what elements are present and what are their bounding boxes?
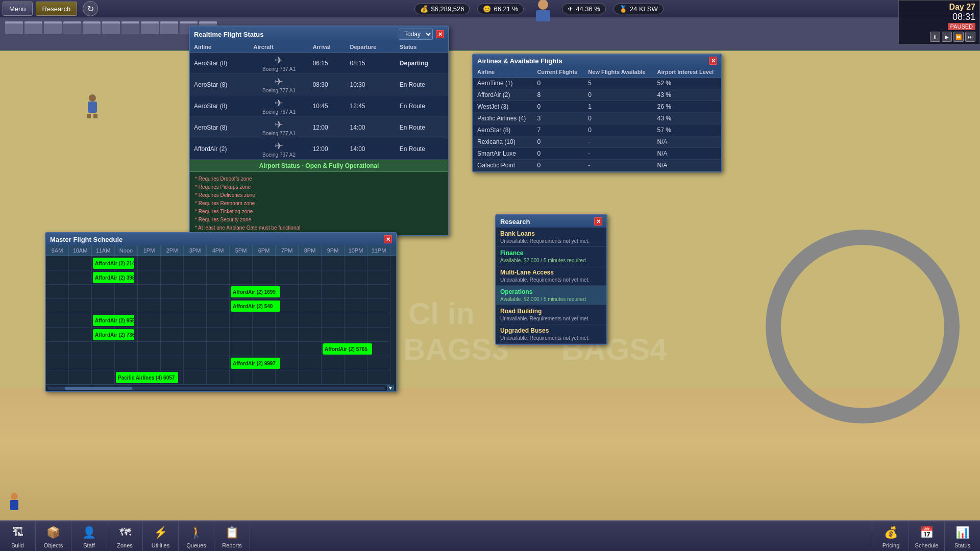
toolbar-icon-zones: 🗺: [117, 524, 133, 541]
npc-character: [87, 94, 98, 115]
pause-btn[interactable]: ⏸: [930, 32, 940, 42]
research-item-desc: Unavailable. Requirements not yet met.: [500, 335, 602, 341]
flight-status-title: Realtime Flight Status: [194, 31, 264, 38]
flight-block[interactable]: AffordAir (2) 9997: [231, 358, 280, 369]
flight-block[interactable]: Pacific Airlines (4) 6057: [116, 372, 178, 383]
airline-interest: 43 %: [653, 113, 721, 124]
schedule-time-label: 2PM: [161, 245, 184, 256]
toolbar-icon-status: 📊: [954, 524, 971, 541]
research-item[interactable]: Multi-Lane Access Unavailable. Requireme…: [496, 266, 606, 286]
airline-current: 7: [533, 124, 584, 136]
flight-status-dropdown[interactable]: Today: [399, 29, 433, 40]
bottom-toolbar: 🏗 Build 📦 Objects 👤 Staff 🗺 Zones ⚡ Util…: [0, 520, 980, 551]
airline-row[interactable]: WestJet (3) 0 1 26 %: [473, 101, 721, 113]
flight-aircraft: ✈ Boeing 737 A2: [250, 138, 309, 160]
toolbar-icon-staff: 👤: [81, 524, 97, 541]
schedule-time-label: 9PM: [322, 245, 345, 256]
flight-block[interactable]: AffordAir (2) 540: [231, 300, 280, 312]
airline-row[interactable]: SmartAir Luxe 0 - N/A: [473, 148, 721, 160]
satisfaction-stat: 😊 66.21 %: [477, 4, 524, 14]
play-btn[interactable]: ▶: [942, 32, 952, 42]
refresh-button[interactable]: ↻: [83, 1, 98, 16]
airline-row[interactable]: Galactic Point 0 - N/A: [473, 160, 721, 171]
airport-status-bar: Airport Status - Open & Fully Operationa…: [190, 160, 448, 172]
flight-row[interactable]: AeroStar (8) ✈ Boeing 737 A1 06:15 08:15…: [190, 53, 448, 74]
schedule-row: AffordAir (2) 1699: [46, 285, 390, 299]
schedule-close[interactable]: ✕: [384, 235, 392, 243]
toolbar-right: 💰 Pricing 📅 Schedule 📊 Status: [873, 521, 980, 551]
flight-block[interactable]: AffordAir (2) 2149: [93, 258, 134, 269]
flight-block[interactable]: AffordAir (2) 3987: [93, 272, 134, 283]
flight-row[interactable]: AeroStar (8) ✈ Boeing 777 A1 08:30 10:30…: [190, 74, 448, 95]
toolbar-btn-utilities[interactable]: ⚡ Utilities: [143, 521, 179, 551]
airline-interest: 57 %: [653, 124, 721, 136]
research-close[interactable]: ✕: [594, 217, 602, 226]
research-item-title: Multi-Lane Access: [500, 269, 602, 276]
toolbar-btn-zones[interactable]: 🗺 Zones: [107, 521, 143, 551]
airlines-table: Airline Current Flights New Flights Avai…: [473, 67, 721, 171]
money-stat: 💰 $6,289,526: [414, 4, 470, 14]
toolbar-label-utilities: Utilities: [152, 542, 169, 548]
fff-btn[interactable]: ⏭: [965, 32, 975, 42]
flight-block[interactable]: AffordAir (2) 5765: [323, 343, 372, 355]
research-item[interactable]: Road Building Unavailable. Requirements …: [496, 305, 606, 324]
airline-name: Rexicana (10): [473, 136, 533, 148]
flight-block[interactable]: AffordAir (2) 1699: [231, 286, 280, 297]
schedule-row: AffordAir (2) 5765: [46, 342, 390, 356]
airline-current: 0: [533, 160, 584, 171]
toolbar-label-build: Build: [11, 542, 23, 548]
airline-name: Galactic Point: [473, 160, 533, 171]
menu-button[interactable]: Menu: [3, 2, 33, 16]
toolbar-btn-queues[interactable]: 🚶 Queues: [179, 521, 214, 551]
airlines-close[interactable]: ✕: [709, 57, 717, 65]
airline-new: -: [584, 148, 653, 160]
ff-btn[interactable]: ⏩: [953, 32, 964, 42]
schedule-scrollbar[interactable]: ▼: [46, 385, 396, 391]
research-item[interactable]: Bank Loans Unavailable. Requirements not…: [496, 228, 606, 247]
toolbar-btn-status[interactable]: 📊 Status: [944, 521, 980, 551]
research-item[interactable]: Finance Available. $2,000 / 5 minutes re…: [496, 247, 606, 266]
schedule-row: AffordAir (2) 7367: [46, 328, 390, 342]
research-button[interactable]: Research: [36, 2, 78, 16]
flight-departure: 10:30: [346, 74, 395, 95]
flight-block[interactable]: AffordAir (2) 7367: [93, 329, 134, 340]
toolbar-icon-utilities: ⚡: [153, 524, 169, 541]
research-item-title: Bank Loans: [500, 230, 602, 237]
airline-current: 0: [533, 136, 584, 148]
airline-row[interactable]: AffordAir (2) 8 0 43 %: [473, 89, 721, 101]
flight-status-title-bar: Realtime Flight Status Today ✕: [190, 27, 448, 42]
airline-row[interactable]: AeroStar (8) 7 0 57 %: [473, 124, 721, 136]
toolbar-btn-staff[interactable]: 👤 Staff: [71, 521, 107, 551]
flight-row[interactable]: AeroStar (8) ✈ Boeing 777 A1 12:00 14:00…: [190, 117, 448, 138]
research-item[interactable]: Upgraded Buses Unavailable. Requirements…: [496, 324, 606, 344]
airline-row[interactable]: Pacific Airlines (4) 3 0 43 %: [473, 113, 721, 124]
flight-row[interactable]: AffordAir (2) ✈ Boeing 737 A2 12:00 14:0…: [190, 138, 448, 160]
schedule-title: Master Flight Schedule: [50, 236, 122, 243]
player-avatar: [531, 0, 554, 20]
airline-new: 0: [584, 89, 653, 101]
scrollbar-track: [48, 387, 385, 390]
toolbar-btn-schedule[interactable]: 📅 Schedule: [909, 521, 944, 551]
toolbar-btn-objects[interactable]: 📦 Objects: [36, 521, 71, 551]
research-item[interactable]: Operations Available. $2,000 / 5 minutes…: [496, 286, 606, 305]
airline-row[interactable]: AeroTime (1) 0 5 52 %: [473, 78, 721, 89]
airline-name: AeroStar (8): [473, 124, 533, 136]
airline-interest: 52 %: [653, 78, 721, 89]
top-stats: 💰 $6,289,526 😊 66.21 % ✈ 44.36 % 🏅 24 Kt…: [98, 0, 980, 20]
toolbar-btn-pricing[interactable]: 💰 Pricing: [873, 521, 909, 551]
scroll-down-btn[interactable]: ▼: [387, 385, 394, 392]
airline-current: 3: [533, 113, 584, 124]
toolbar-btn-reports[interactable]: 📋 Reports: [214, 521, 250, 551]
requirement-item: * Requires Security zone: [195, 216, 443, 224]
col-airline: Airline: [190, 42, 250, 53]
airline-row[interactable]: Rexicana (10) 0 - N/A: [473, 136, 721, 148]
requirement-item: * At least one Airplane Gate must be fun…: [195, 224, 443, 232]
flight-status-close[interactable]: ✕: [436, 30, 444, 38]
toolbar-btn-build[interactable]: 🏗 Build: [0, 521, 36, 551]
airline-interest: 26 %: [653, 101, 721, 113]
flight-row[interactable]: AeroStar (8) ✈ Boeing 767 A1 10:45 12:45…: [190, 95, 448, 117]
flight-block[interactable]: AffordAir (2) 9557: [93, 315, 134, 326]
airlines-title: Airlines & Available Flights: [477, 57, 562, 65]
research-item-desc: Unavailable. Requirements not yet met.: [500, 238, 602, 244]
day-panel: Day 27 08:31 PAUSED ⏸ ▶ ⏩ ⏭: [898, 0, 980, 44]
